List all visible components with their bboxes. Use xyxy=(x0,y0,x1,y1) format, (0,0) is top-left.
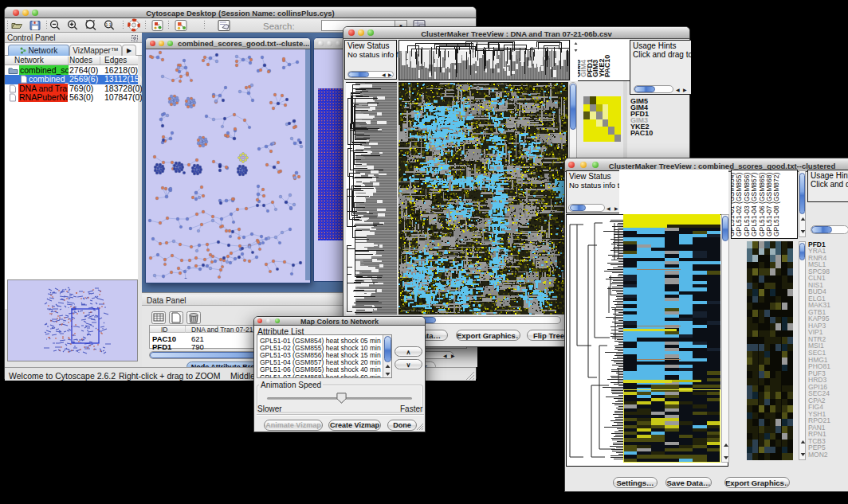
svg-text:1:1: 1:1 xyxy=(106,22,112,27)
